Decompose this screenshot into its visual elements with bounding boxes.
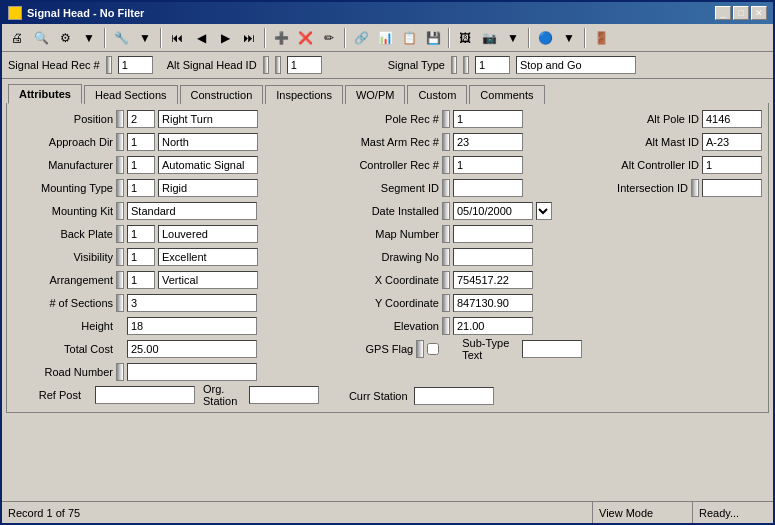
window-icon bbox=[8, 6, 22, 20]
position-id[interactable] bbox=[127, 110, 155, 128]
sections-value[interactable] bbox=[127, 294, 257, 312]
elevation-value[interactable] bbox=[453, 317, 533, 335]
date-installed-dropdown[interactable] bbox=[536, 202, 552, 220]
back-plate-id[interactable] bbox=[127, 225, 155, 243]
save-button[interactable]: 💾 bbox=[422, 27, 444, 49]
el-sep bbox=[442, 317, 450, 335]
image-button[interactable]: 🖼 bbox=[454, 27, 476, 49]
minimize-button[interactable]: _ bbox=[715, 6, 731, 20]
arrangement-label: Arrangement bbox=[13, 274, 113, 286]
visibility-id[interactable] bbox=[127, 248, 155, 266]
map-number-row: Map Number bbox=[329, 224, 582, 244]
org-station-value[interactable] bbox=[249, 386, 319, 404]
ref-post-label: Ref Post bbox=[13, 389, 81, 401]
segment-id-value[interactable] bbox=[453, 179, 523, 197]
mast-arm-label: Mast Arm Rec # bbox=[329, 136, 439, 148]
intersection-id-value[interactable] bbox=[702, 179, 762, 197]
alt-signal-head-id-input[interactable] bbox=[287, 56, 322, 74]
add-button[interactable]: ➕ bbox=[270, 27, 292, 49]
signal-type-value-input[interactable] bbox=[516, 56, 636, 74]
arrangement-id[interactable] bbox=[127, 271, 155, 289]
pole-rec-value[interactable] bbox=[453, 110, 523, 128]
left-column: Position Approach Dir Manufacturer bbox=[13, 109, 319, 406]
edit-button[interactable]: ✏ bbox=[318, 27, 340, 49]
arrangement-value[interactable] bbox=[158, 271, 258, 289]
approach-dir-value[interactable] bbox=[158, 133, 258, 151]
nav-next2[interactable]: ⏭ bbox=[238, 27, 260, 49]
approach-dir-id[interactable] bbox=[127, 133, 155, 151]
maximize-button[interactable]: □ bbox=[733, 6, 749, 20]
sub-type-text-value[interactable] bbox=[522, 340, 582, 358]
mounting-kit-label: Mounting Kit bbox=[13, 205, 113, 217]
copy-button[interactable]: 📋 bbox=[398, 27, 420, 49]
signal-head-rec-input[interactable] bbox=[118, 56, 153, 74]
controller-rec-value[interactable] bbox=[453, 156, 523, 174]
chart-button[interactable]: 📊 bbox=[374, 27, 396, 49]
mast-arm-value[interactable] bbox=[453, 133, 523, 151]
drawing-no-row: Drawing No bbox=[329, 247, 582, 267]
dropdown1-button[interactable]: ▼ bbox=[78, 27, 100, 49]
header-row: Signal Head Rec # Alt Signal Head ID Sig… bbox=[2, 52, 773, 79]
tab-head-sections[interactable]: Head Sections bbox=[84, 85, 178, 104]
approach-dir-label: Approach Dir bbox=[13, 136, 113, 148]
curr-station-value[interactable] bbox=[414, 387, 494, 405]
link-button[interactable]: 🔗 bbox=[350, 27, 372, 49]
x-coord-value[interactable] bbox=[453, 271, 533, 289]
mast-arm-row: Mast Arm Rec # bbox=[329, 132, 582, 152]
tab-attributes[interactable]: Attributes bbox=[8, 84, 82, 104]
date-installed-value[interactable] bbox=[453, 202, 533, 220]
tools-button[interactable]: ⚙ bbox=[54, 27, 76, 49]
tab-construction[interactable]: Construction bbox=[180, 85, 264, 104]
alt-controller-id-value[interactable] bbox=[702, 156, 762, 174]
ref-post-value[interactable] bbox=[95, 386, 195, 404]
tab-wo-pm[interactable]: WO/PM bbox=[345, 85, 406, 104]
total-cost-value[interactable] bbox=[127, 340, 257, 358]
nav-prev2[interactable]: ⏮ bbox=[166, 27, 188, 49]
close-button[interactable]: ✕ bbox=[751, 6, 767, 20]
map-number-value[interactable] bbox=[453, 225, 533, 243]
gps-flag-checkbox[interactable] bbox=[427, 343, 439, 355]
pos-sep bbox=[116, 110, 124, 128]
back-plate-value[interactable] bbox=[158, 225, 258, 243]
camera-button[interactable]: 📷 bbox=[478, 27, 500, 49]
height-row: Height bbox=[13, 316, 319, 336]
filter-button[interactable]: 🔧 bbox=[110, 27, 132, 49]
mounting-kit-value[interactable] bbox=[127, 202, 257, 220]
visibility-value[interactable] bbox=[158, 248, 258, 266]
color-dropdown[interactable]: ▼ bbox=[558, 27, 580, 49]
visibility-row: Visibility bbox=[13, 247, 319, 267]
window-title: Signal Head - No Filter bbox=[27, 7, 144, 19]
delete-button[interactable]: ❌ bbox=[294, 27, 316, 49]
mounting-type-value[interactable] bbox=[158, 179, 258, 197]
field-sep-3 bbox=[275, 56, 281, 74]
search-button[interactable]: 🔍 bbox=[30, 27, 52, 49]
road-number-value[interactable] bbox=[127, 363, 257, 381]
tab-custom[interactable]: Custom bbox=[407, 85, 467, 104]
y-coord-row: Y Coordinate bbox=[329, 293, 582, 313]
exit-button[interactable]: 🚪 bbox=[590, 27, 612, 49]
position-value[interactable] bbox=[158, 110, 258, 128]
alt-mast-id-value[interactable] bbox=[702, 133, 762, 151]
nav-prev[interactable]: ◀ bbox=[190, 27, 212, 49]
rn-sep bbox=[116, 363, 124, 381]
print-button[interactable]: 🖨 bbox=[6, 27, 28, 49]
toolbar-sep-1 bbox=[104, 28, 106, 48]
y-coord-value[interactable] bbox=[453, 294, 533, 312]
drawing-no-value[interactable] bbox=[453, 248, 533, 266]
nav-next[interactable]: ▶ bbox=[214, 27, 236, 49]
manufacturer-value[interactable] bbox=[158, 156, 258, 174]
road-number-label: Road Number bbox=[13, 366, 113, 378]
cr-sep bbox=[442, 156, 450, 174]
alt-pole-id-value[interactable] bbox=[702, 110, 762, 128]
camera-dropdown[interactable]: ▼ bbox=[502, 27, 524, 49]
mfr-sep bbox=[116, 156, 124, 174]
signal-type-id-input[interactable] bbox=[475, 56, 510, 74]
height-value[interactable] bbox=[127, 317, 257, 335]
filter-dropdown[interactable]: ▼ bbox=[134, 27, 156, 49]
color-button[interactable]: 🔵 bbox=[534, 27, 556, 49]
manufacturer-id[interactable] bbox=[127, 156, 155, 174]
bp-sep bbox=[116, 225, 124, 243]
mounting-type-id[interactable] bbox=[127, 179, 155, 197]
tab-comments[interactable]: Comments bbox=[469, 85, 544, 104]
tab-inspections[interactable]: Inspections bbox=[265, 85, 343, 104]
